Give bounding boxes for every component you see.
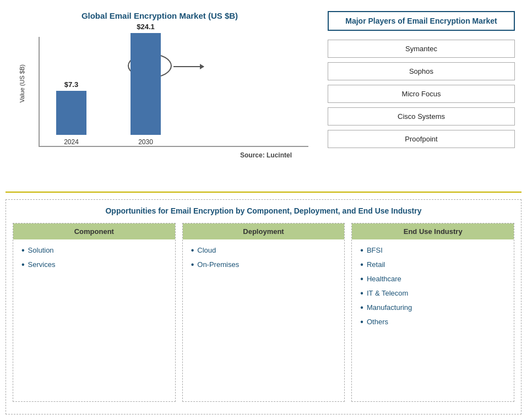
enduse-item-1: • BFSI [360, 246, 506, 255]
bullet-icon: • [191, 246, 194, 255]
enduse-item-2-text: Retail [367, 260, 385, 269]
bar-2030 [131, 33, 161, 135]
deployment-item-1-text: Cloud [197, 246, 216, 254]
main-container: Global Email Encryption Market (US $B) V… [0, 0, 527, 420]
arrow-line [173, 66, 204, 67]
enduse-content: • BFSI • Retail • Healthcare • IT & Tele… [352, 239, 514, 401]
deployment-header: Deployment [183, 223, 345, 239]
player-sophos: Sophos [328, 62, 515, 80]
enduse-item-1-text: BFSI [367, 246, 383, 254]
enduse-item-6: • Others [360, 318, 506, 326]
player-microfocus: Micro Focus [328, 85, 515, 103]
bullet-icon: • [360, 260, 363, 269]
enduse-item-5-text: Manufacturing [367, 303, 412, 312]
bullet-icon: • [21, 246, 25, 255]
enduse-column: End Use Industry • BFSI • Retail • Healt… [351, 223, 514, 402]
chart-area: Global Email Encryption Market (US $B) V… [6, 6, 314, 187]
bullet-icon: • [360, 246, 363, 255]
enduse-item-6-text: Others [367, 318, 388, 326]
bar-value-2030: $24.1 [137, 23, 155, 31]
top-section: Global Email Encryption Market (US $B) V… [6, 6, 521, 193]
bullet-icon: • [360, 303, 363, 312]
enduse-header: End Use Industry [352, 223, 514, 239]
bullet-icon: • [360, 318, 363, 326]
enduse-item-2: • Retail [360, 260, 506, 269]
component-item-1: • Solution [21, 246, 167, 255]
deployment-item-2: • On-Premises [191, 260, 336, 269]
enduse-item-3: • Healthcare [360, 275, 506, 283]
players-title: Major Players of Email Encryption Market [328, 11, 515, 31]
bar-group-2030: $24.1 2030 [131, 23, 161, 146]
player-symantec: Symantec [328, 40, 515, 58]
bottom-title: Opportunities for Email Encryption by Co… [13, 206, 514, 215]
players-area: Major Players of Email Encryption Market… [319, 6, 523, 187]
enduse-item-4: • IT & Telecom [360, 289, 506, 298]
bar-label-2030: 2030 [138, 138, 153, 146]
enduse-item-4-text: IT & Telecom [367, 289, 408, 297]
player-cisco: Cisco Systems [328, 107, 515, 126]
component-header: Component [13, 223, 175, 239]
component-item-2: • Services [21, 260, 167, 269]
component-column: Component • Solution • Services [13, 223, 176, 402]
deployment-item-2-text: On-Premises [197, 260, 239, 269]
deployment-item-1: • Cloud [191, 246, 336, 255]
chart-title: Global Email Encryption Market (US $B) [82, 11, 238, 20]
bars-container: 22.0% $7.3 2024 $24.1 2030 [39, 37, 308, 147]
component-item-2-text: Services [28, 260, 56, 269]
component-content: • Solution • Services [13, 239, 175, 401]
bullet-icon: • [360, 275, 363, 283]
component-item-1-text: Solution [28, 246, 54, 254]
columns-container: Component • Solution • Services Deployme… [13, 223, 514, 402]
player-proofpoint: Proofpoint [328, 130, 515, 148]
bullet-icon: • [21, 260, 25, 269]
bar-2024 [56, 91, 86, 135]
bar-label-2024: 2024 [64, 138, 79, 146]
y-axis-label: Value (US $B) [19, 64, 25, 103]
deployment-column: Deployment • Cloud • On-Premises [182, 223, 345, 402]
enduse-item-5: • Manufacturing [360, 303, 506, 312]
enduse-item-3-text: Healthcare [367, 275, 401, 283]
deployment-content: • Cloud • On-Premises [183, 239, 345, 401]
bottom-section: Opportunities for Email Encryption by Co… [6, 199, 521, 414]
bullet-icon: • [360, 289, 363, 298]
source-label: Source: Lucintel [240, 151, 292, 159]
bar-value-2024: $7.3 [64, 80, 78, 89]
bullet-icon: • [191, 260, 194, 269]
chart-wrapper: Value (US $B) 22.0% $7.3 2024 [11, 26, 308, 147]
bar-group-2024: $7.3 2024 [56, 80, 86, 146]
